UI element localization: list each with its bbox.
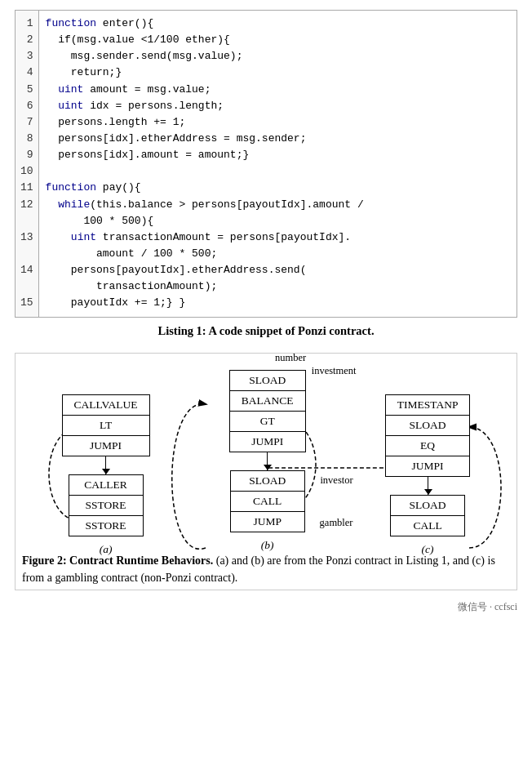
box-eq: EQ — [386, 436, 470, 456]
watermark: 微信号 · ccfsci — [15, 600, 517, 614]
box-balance: BALANCE — [230, 391, 305, 412]
box-sload-b1: SLOAD — [230, 371, 305, 391]
box-sstore1: SSTORE — [69, 496, 143, 516]
box-jumpi-c: JUMPI — [386, 456, 470, 476]
box-jumpi-b: JUMPI — [230, 432, 305, 452]
annot-investment: investment — [312, 365, 357, 377]
box-sstore2: SSTORE — [69, 516, 143, 536]
box-gt: GT — [230, 412, 305, 432]
line-numbers: 1 2 3 4 5 6 7 8 9 10 11 12 13 14 15 — [16, 11, 39, 317]
box-jumpi-a: JUMPI — [63, 436, 149, 456]
diagram-b: investment SLOAD BALANCE GT JUMPI invest… — [229, 370, 306, 552]
code-text: function enter(){ if(msg.value <1/100 et… — [39, 11, 516, 317]
box-caller: CALLER — [69, 475, 143, 496]
diagram-b-group2: investor SLOAD CALL JUMP — [230, 470, 305, 532]
annot-gambler: gambler — [320, 517, 353, 529]
diagram-a-label: (a) — [100, 543, 113, 556]
box-sload-b2: SLOAD — [231, 471, 304, 492]
box-timestamp: TIMESTANP — [386, 395, 470, 416]
arrow-b — [267, 452, 268, 470]
box-lt: LT — [63, 416, 149, 436]
diagram-c-group2: SLOAD CALL — [390, 495, 465, 536]
diagrams-wrapper: CALLVALUE LT JUMPI CALLER SSTORE SSTORE … — [22, 362, 510, 564]
box-sload-c1: SLOAD — [386, 416, 470, 436]
diagram-b-group1: SLOAD BALANCE GT JUMPI — [229, 370, 306, 452]
code-listing: 1 2 3 4 5 6 7 8 9 10 11 12 13 14 15 func… — [15, 10, 517, 318]
figure-area: CALLVALUE LT JUMPI CALLER SSTORE SSTORE … — [15, 353, 517, 590]
diagram-c: TIMESTANP SLOAD EQ JUMPI SLOAD CALL (c) — [385, 394, 471, 556]
diagram-a: CALLVALUE LT JUMPI CALLER SSTORE SSTORE … — [62, 394, 150, 556]
diagram-c-label: (c) — [422, 543, 434, 556]
box-callvalue: CALLVALUE — [63, 395, 149, 416]
arrow-c — [428, 477, 428, 495]
diagram-b-label: (b) — [261, 539, 274, 552]
arrow-a — [105, 456, 106, 474]
diagram-a-group1: CALLVALUE LT JUMPI — [62, 394, 150, 456]
box-sload-c2: SLOAD — [391, 496, 464, 516]
diagram-c-group1: TIMESTANP SLOAD EQ JUMPI — [385, 394, 471, 477]
box-jump: JUMP — [231, 512, 304, 532]
annot-investor: investor — [320, 474, 352, 487]
diagram-a-group2: CALLER SSTORE SSTORE — [69, 474, 144, 536]
box-call-c: CALL — [391, 516, 464, 536]
box-call-b: CALL — [231, 492, 304, 512]
listing-caption: Listing 1: A code snippet of Ponzi contr… — [15, 324, 517, 338]
